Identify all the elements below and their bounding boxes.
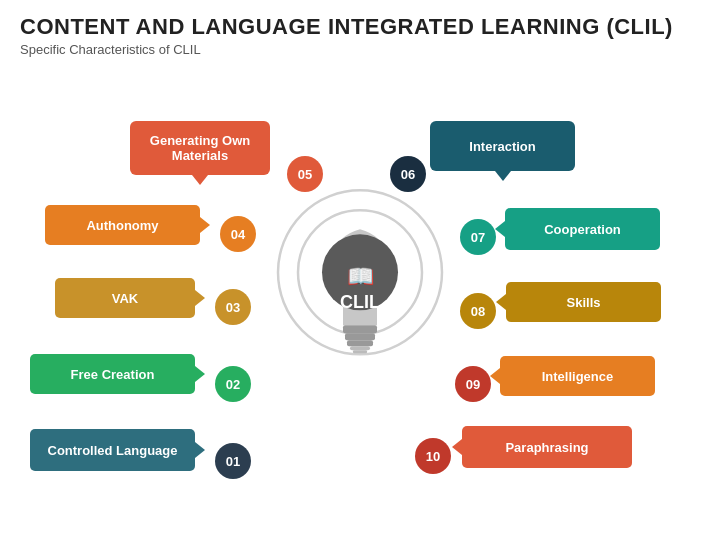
circle-05: 05 [287, 156, 323, 192]
label-generating: Generating Own Materials [130, 121, 270, 175]
label-free-creation: Free Creation [30, 354, 195, 394]
circle-08: 08 [460, 293, 496, 329]
circle-07: 07 [460, 219, 496, 255]
clil-person-icon: 📖 [347, 263, 374, 289]
sub-title: Specific Characteristics of CLIL [20, 42, 700, 57]
circle-03: 03 [215, 289, 251, 325]
label-cooperation: Cooperation [505, 208, 660, 250]
circle-09: 09 [455, 366, 491, 402]
label-vak: VAK [55, 278, 195, 318]
circle-10: 10 [415, 438, 451, 474]
clil-center: 📖 CLIL [340, 263, 380, 312]
label-paraphrasing: Paraphrasing [462, 426, 632, 468]
main-title: CONTENT AND LANGUAGE INTEGRATED LEARNING… [20, 14, 700, 40]
svg-rect-2 [343, 325, 377, 333]
svg-rect-3 [345, 333, 375, 340]
circle-06: 06 [390, 156, 426, 192]
label-intelligence: Intelligence [500, 356, 655, 396]
label-interaction: Interaction [430, 121, 575, 171]
header: CONTENT AND LANGUAGE INTEGRATED LEARNING… [0, 0, 720, 61]
diagram-area: 📖 CLIL 01 Controlled Language 02 Free Cr… [0, 61, 720, 516]
label-controlled-language: Controlled Language [30, 429, 195, 471]
circle-01: 01 [215, 443, 251, 479]
label-skills: Skills [506, 282, 661, 322]
svg-rect-4 [347, 340, 373, 346]
circle-02: 02 [215, 366, 251, 402]
svg-rect-6 [353, 350, 367, 353]
clil-label: CLIL [340, 291, 380, 312]
svg-rect-5 [350, 346, 370, 350]
label-authonomy: Authonomy [45, 205, 200, 245]
circle-04: 04 [220, 216, 256, 252]
